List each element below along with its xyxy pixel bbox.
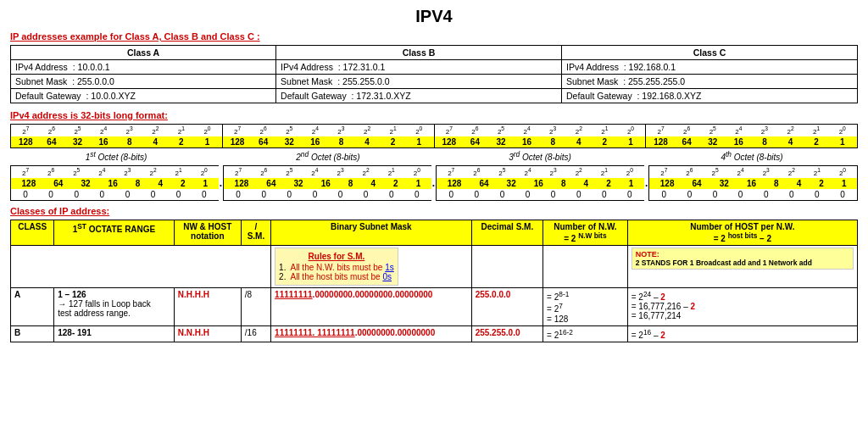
- rules-title: Rules for S.M.: [279, 252, 394, 261]
- octet-labels: 1st Octet (8-bits) 2nd Octet (8-bits) 3r…: [10, 150, 858, 162]
- col-nwhost: NW & HOSTnotation: [174, 220, 241, 245]
- col-range: 1ST OCTATE RANGE: [54, 220, 175, 245]
- octet3-label: 3rd Octet (8-bits): [434, 150, 646, 162]
- rowB-nwhost: N.N.H.H: [174, 325, 241, 342]
- classC-ipv4: IPv4 Address : 192.168.0.1: [562, 60, 858, 75]
- octet3-full: 2726252423222120 1286432168421 00000000: [436, 165, 644, 201]
- rowA-nwhost: N.H.H.H: [174, 287, 241, 325]
- bit-rows-with-dots: 2726252423222120 1286432168421 00000000 …: [10, 165, 858, 201]
- octet4-full: 2726252423222120 1286432168421 00000000: [648, 165, 858, 201]
- note-cell: NOTE: 2 STANDS FOR 1 Broadcast add and 1…: [627, 245, 857, 287]
- classC-subnet: Subnet Mask : 255.255.255.0: [562, 75, 858, 89]
- section2-header: IPv4 address is 32-bits long format:: [10, 110, 858, 120]
- octet1-full: 2726252423222120 1286432168421 00000000: [10, 165, 219, 201]
- rowA-decimal: 255.0.0.0: [471, 287, 542, 325]
- rowB-class: B: [11, 325, 54, 342]
- col-binary: Binary Subnet Mask: [271, 220, 472, 245]
- classC-header: Class C: [562, 46, 858, 60]
- rowB-slash: /16: [241, 325, 270, 342]
- rowB-num-host: = 216 – 2: [627, 325, 857, 342]
- ip-class-table: CLASS 1ST OCTATE RANGE NW & HOSTnotation…: [10, 220, 858, 342]
- octet2-exp: 2726252423222120 1286432168421: [222, 124, 434, 148]
- col-class: CLASS: [11, 220, 54, 245]
- classA-header: Class A: [11, 46, 276, 60]
- section3-header: Classes of IP address:: [10, 206, 858, 216]
- classA-ipv4: IPv4 Address : 10.0.0.1: [11, 60, 276, 75]
- rowA-binary: 11111111.00000000.00000000.00000000: [271, 287, 472, 325]
- page: IPV4 IP addresses example for Class A, C…: [0, 0, 868, 349]
- empty-nw-spacer: [543, 245, 628, 287]
- rowA-num-nw: = 28-1= 27= 128: [543, 287, 628, 325]
- rowA-num-host: = 224 – 2 = 16,777,216 – 2 = 16,777,214: [627, 287, 857, 325]
- empty-rules-spacer: [11, 245, 271, 287]
- class-examples-table: Class A Class B Class C IPv4 Address : 1…: [10, 45, 858, 103]
- rowB-decimal: 255.255.0.0: [471, 325, 542, 342]
- rowB-binary: 11111111. 11111111.00000000.00000000: [271, 325, 472, 342]
- col-decimal: Decimal S.M.: [471, 220, 542, 245]
- rules-box-cell: Rules for S.M. 1. All the N.W. bits must…: [271, 245, 472, 287]
- octet3-exp: 2726252423222120 1286432168421: [434, 124, 646, 148]
- bit-exponent-row1: 2726252423222120 1286432168421 272625242…: [10, 124, 858, 148]
- classB-gateway: Default Gateway : 172.31.0.XYZ: [276, 89, 562, 103]
- rowA-class: A: [11, 287, 54, 325]
- rowB-num-nw: = 216-2: [543, 325, 628, 342]
- octet4-label: 4th Octet (8-bits): [646, 150, 858, 162]
- col-num-nw: Number of N.W.= 2 N.W bits: [543, 220, 628, 245]
- octet2-full: 2726252423222120 1286432168421 00000000: [223, 165, 431, 201]
- octet2-label: 2nd Octet (8-bits): [222, 150, 434, 162]
- rowA-range: 1 – 126 → 127 falls in Loop backtest add…: [54, 287, 175, 325]
- rule1: 1. All the N.W. bits must be 1s: [279, 263, 394, 272]
- col-slash: /S.M.: [241, 220, 270, 245]
- classA-subnet: Subnet Mask : 255.0.0.0: [11, 75, 276, 89]
- col-num-host: Number of HOST per N.W.= 2 host bits – 2: [627, 220, 857, 245]
- octet1-label: 1st Octet (8-bits): [10, 150, 222, 162]
- classB-ipv4: IPv4 Address : 172.31.0.1: [276, 60, 562, 75]
- octet1-exp: 2726252423222120 1286432168421: [10, 124, 222, 148]
- section1-header: IP addresses example for Class A, Class …: [10, 31, 858, 42]
- classB-subnet: Subnet Mask : 255.255.0.0: [276, 75, 562, 89]
- empty-decimal-spacer: [471, 245, 542, 287]
- classA-gateway: Default Gateway : 10.0.0.XYZ: [11, 89, 276, 103]
- page-title: IPV4: [10, 7, 858, 26]
- classB-header: Class B: [276, 46, 562, 60]
- classC-gateway: Default Gateway : 192.168.0.XYZ: [562, 89, 858, 103]
- rowB-range: 128- 191: [54, 325, 175, 342]
- octet4-exp: 2726252423222120 1286432168421: [645, 124, 858, 148]
- rowA-slash: /8: [241, 287, 270, 325]
- rule2: 2. All the host bits must be 0s: [279, 272, 394, 281]
